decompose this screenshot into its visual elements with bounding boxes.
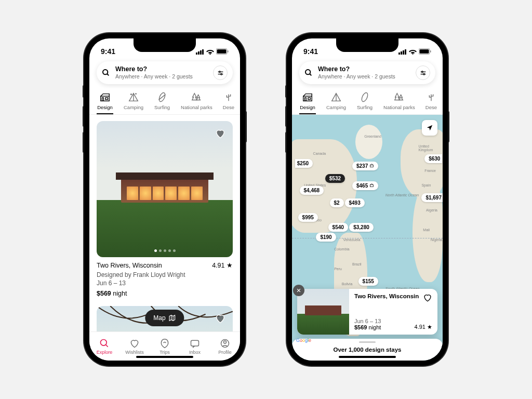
map-card-rating: 4.91 ★ xyxy=(415,324,432,330)
filter-button[interactable] xyxy=(213,65,228,80)
svg-rect-6 xyxy=(217,49,227,54)
listing-image[interactable] xyxy=(97,121,233,257)
price-pin[interactable]: $532 xyxy=(325,174,345,183)
filter-icon xyxy=(217,70,224,76)
notch xyxy=(336,38,398,52)
svg-point-17 xyxy=(131,94,132,95)
surfing-icon xyxy=(359,91,370,103)
price-pin[interactable]: $630 xyxy=(424,154,442,163)
locate-me-button[interactable] xyxy=(422,120,437,136)
price-pin[interactable]: $237 xyxy=(352,162,378,170)
category-surfing[interactable]: Surfing xyxy=(149,88,176,114)
category-design[interactable]: Design xyxy=(91,88,118,114)
price-pin[interactable]: $540 xyxy=(328,223,348,232)
search-subtitle: Anywhere · Any week · 2 guests xyxy=(318,73,410,80)
wishlist-heart-button[interactable] xyxy=(423,293,432,303)
svg-point-32 xyxy=(412,53,414,55)
svg-rect-43 xyxy=(305,98,307,101)
surfing-icon xyxy=(156,91,168,103)
svg-rect-30 xyxy=(403,50,404,55)
wishlist-heart-button[interactable] xyxy=(213,311,228,326)
category-tabs: Design Camping Surfing National parks De… xyxy=(89,88,240,115)
svg-rect-31 xyxy=(405,49,406,55)
ocean-label: North Atlantic Ocean xyxy=(385,193,419,197)
svg-line-37 xyxy=(310,74,311,75)
category-camping[interactable]: Camping xyxy=(321,88,351,114)
battery-icon xyxy=(216,48,229,55)
svg-point-13 xyxy=(220,73,222,75)
search-title: Where to? xyxy=(318,65,410,73)
battery-icon xyxy=(419,48,431,55)
inbox-icon xyxy=(190,338,200,349)
location-arrow-icon xyxy=(426,124,433,131)
heart-icon xyxy=(129,338,140,349)
home-indicator[interactable] xyxy=(339,356,396,358)
tab-explore[interactable]: Explore xyxy=(89,332,119,361)
svg-rect-2 xyxy=(200,50,202,55)
parks-icon xyxy=(191,91,202,103)
price-pin[interactable]: $465 xyxy=(352,181,378,190)
design-icon xyxy=(99,91,111,103)
svg-rect-35 xyxy=(430,50,431,52)
map-icon xyxy=(169,314,176,322)
search-bar[interactable]: Where to? Anywhere · Any week · 2 guests xyxy=(299,61,435,84)
heart-icon xyxy=(215,128,226,139)
category-national-parks[interactable]: National parks xyxy=(378,88,420,114)
close-card-button[interactable] xyxy=(293,285,304,296)
price-pin[interactable]: $155 xyxy=(358,277,378,286)
svg-point-18 xyxy=(136,94,136,94)
filter-icon xyxy=(420,70,427,76)
wifi-icon xyxy=(409,49,417,55)
wishlist-heart-button[interactable] xyxy=(213,126,228,141)
price-pin[interactable]: $493 xyxy=(345,198,365,207)
listing-rating: 4.91 ★ xyxy=(212,261,233,271)
listing-location: Two Rivers, Wisconsin xyxy=(97,261,162,271)
svg-line-9 xyxy=(107,74,109,75)
price-pin[interactable]: $190 xyxy=(316,233,336,242)
home-indicator[interactable] xyxy=(136,356,193,358)
listing-dates: Jun 6 – 13 xyxy=(97,279,233,288)
price-pin[interactable]: $3,280 xyxy=(349,223,374,232)
price-pin[interactable]: $4,468 xyxy=(300,186,324,195)
svg-point-4 xyxy=(209,53,211,55)
svg-rect-0 xyxy=(196,52,197,55)
svg-rect-29 xyxy=(401,51,402,55)
map-listing-card[interactable]: Two Rivers, Wisconsin Jun 6 – 13 $569 ni… xyxy=(297,289,437,335)
svg-rect-44 xyxy=(308,98,311,100)
category-design[interactable]: Design xyxy=(294,88,321,114)
svg-rect-34 xyxy=(420,49,429,54)
phone-frame-list: 9:41 Where to? Anywhere · Any week · 2 g… xyxy=(84,33,245,366)
svg-rect-1 xyxy=(198,51,200,55)
price-pin[interactable]: $995 xyxy=(298,213,318,222)
google-attribution: Google xyxy=(296,338,311,343)
tab-profile[interactable]: Profile xyxy=(210,332,240,361)
price-pin[interactable]: $250 xyxy=(295,159,313,168)
filter-button[interactable] xyxy=(416,65,430,80)
heart-icon xyxy=(423,293,432,302)
svg-point-8 xyxy=(103,70,108,74)
category-desert[interactable]: Dese xyxy=(420,88,442,114)
listing-subtitle: Designed by Frank Lloyd Wright xyxy=(97,271,233,280)
search-icon xyxy=(304,69,313,77)
svg-point-36 xyxy=(305,70,310,74)
map-card-image xyxy=(297,289,349,335)
svg-rect-3 xyxy=(202,49,204,55)
category-desert[interactable]: Dese xyxy=(218,88,240,114)
search-bar[interactable]: Where to? Anywhere · Any week · 2 guests xyxy=(97,61,233,84)
map[interactable]: North Atlantic Ocean South Atlantic Ocea… xyxy=(292,115,443,361)
parks-icon xyxy=(393,91,405,103)
svg-line-24 xyxy=(106,344,108,347)
listing-card[interactable]: Two Rivers, Wisconsin 4.91 ★ Designed by… xyxy=(97,121,233,299)
status-indicators xyxy=(398,48,431,55)
category-camping[interactable]: Camping xyxy=(118,88,149,114)
price-pin[interactable]: $2 xyxy=(330,198,344,207)
cellular-icon xyxy=(398,49,407,55)
image-pagination-dots xyxy=(97,249,233,252)
category-national-parks[interactable]: National parks xyxy=(176,88,218,114)
category-surfing[interactable]: Surfing xyxy=(351,88,378,114)
map-toggle-button[interactable]: Map xyxy=(145,310,184,326)
price-pin[interactable]: $1,697 xyxy=(421,193,443,202)
svg-rect-46 xyxy=(370,165,374,167)
close-icon xyxy=(296,288,301,293)
svg-point-41 xyxy=(423,73,424,75)
